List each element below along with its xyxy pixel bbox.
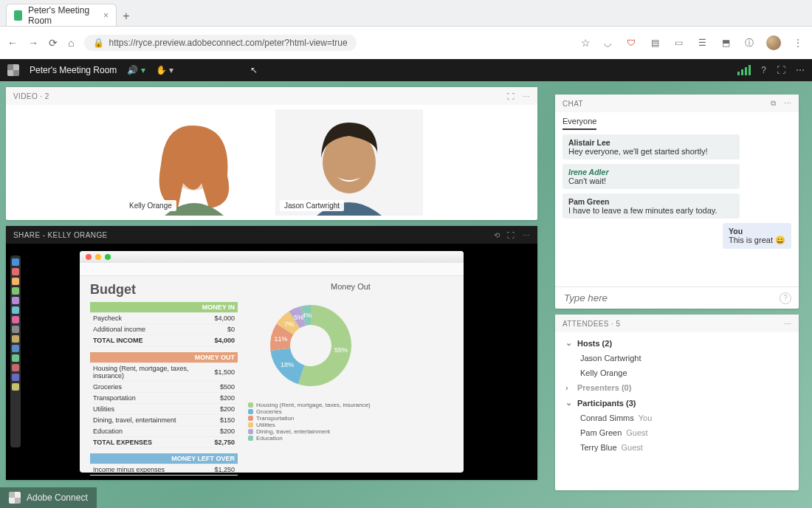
expand-icon[interactable]: ⛶ (507, 231, 515, 239)
section-header: MONEY OUT (90, 352, 238, 363)
back-button[interactable]: ← (7, 37, 18, 49)
svg-text:7%: 7% (284, 320, 294, 328)
donut-chart: 55%18%11%7%5%4% (248, 294, 374, 397)
share-stage: Budget MONEY IN Paycheck$4,000 Additiona… (6, 244, 537, 480)
table-row: Housing (Rent, mortgage, taxes, insuranc… (90, 363, 238, 381)
table-row: Education$200 (90, 425, 238, 436)
video-grid: Kelly Orange Jason Cartwright (6, 105, 537, 220)
fullscreen-icon[interactable]: ⛶ (777, 65, 785, 75)
table-row: Utilities$200 (90, 403, 238, 414)
profile-avatar[interactable] (766, 35, 781, 50)
chat-message: Irene AdlerCan't wait! (562, 164, 740, 189)
attendee-item[interactable]: Jason Cartwright (555, 351, 799, 365)
attendees-list: ⌄Hosts (2)Jason CartwrightKelly Orange›P… (555, 332, 799, 458)
budget-table: MONEY IN Paycheck$4,000 Additional incom… (90, 302, 238, 476)
attendee-group-header[interactable]: ⌄Participants (3) (555, 395, 799, 411)
legend-item: Education (248, 435, 453, 442)
legend-item: Dining, travel, entertainment (248, 428, 453, 435)
table-row: Income minus expenses$1,250 (90, 464, 238, 476)
doc-title: Budget (90, 282, 238, 298)
mac-toolbar (80, 263, 464, 276)
chart-title: Money Out (248, 282, 453, 291)
info-icon[interactable]: ⓘ (743, 37, 756, 49)
video-pod-title: VIDEO (13, 92, 38, 100)
video-count: 2 (45, 92, 49, 100)
browser-menu-icon[interactable]: ⋮ (791, 38, 805, 48)
attendee-item[interactable]: Pam GreenGuest (555, 425, 799, 440)
chat-input[interactable] (562, 292, 780, 304)
adblock-icon[interactable]: 🛡 (625, 38, 638, 48)
pod-menu-icon[interactable]: ⋯ (523, 231, 530, 239)
chat-messages: Alistair LeeHey everyone, we'll get star… (555, 130, 799, 286)
share-pod-title: SHARE - KELLY ORANGE (13, 231, 108, 239)
section-header: MONEY IN (90, 302, 238, 313)
table-row: Transportation$200 (90, 392, 238, 403)
video-tile[interactable]: Kelly Orange (120, 109, 268, 216)
app-top-bar: Peter's Meeting Room 🔊 ▾ ✋ ▾ ↖ ? ⛶ ⋯ (0, 59, 812, 81)
reload-button[interactable]: ⟳ (49, 37, 58, 49)
chat-help-icon[interactable]: ? (780, 292, 791, 304)
raise-hand-icon[interactable]: ✋ ▾ (156, 65, 173, 75)
speaker-icon[interactable]: 🔊 ▾ (127, 65, 145, 75)
browser-tab[interactable]: Peter's Meeting Room × (6, 4, 117, 26)
chat-pod-title: CHAT (562, 100, 583, 108)
new-tab-button[interactable]: + (117, 7, 136, 26)
table-row: Dining, travel, entertainment$150 (90, 414, 238, 425)
extension-icon-3[interactable]: ☰ (695, 38, 709, 48)
expand-icon[interactable]: ⛶ (507, 92, 515, 100)
attendee-group-header[interactable]: ›Presenters (0) (555, 380, 799, 395)
legend-item: Utilities (248, 422, 453, 428)
chat-tabs: Everyone (555, 112, 799, 130)
brand-footer: Adobe Connect (0, 487, 97, 508)
extension-icon-2[interactable]: ▭ (672, 38, 685, 48)
traffic-min-icon (95, 254, 101, 260)
chat-pod: CHAT ⧉ ⋯ Everyone Alistair LeeHey everyo… (555, 95, 799, 309)
chat-message: Alistair LeeHey everyone, we'll get star… (562, 134, 740, 159)
brand-name: Adobe Connect (27, 492, 88, 503)
attendee-group-header[interactable]: ⌄Hosts (2) (555, 335, 799, 351)
extension-icon[interactable]: ▤ (648, 38, 661, 48)
legend-item: Housing (Rent, mortgage, taxes, insuranc… (248, 402, 453, 408)
table-row: Additional income$0 (90, 324, 238, 335)
table-row: TOTAL EXPENSES$2,750 (90, 436, 238, 447)
video-pod: VIDEO · 2 ⛶ ⋯ Kelly Orange Jason Cartwri… (6, 87, 537, 220)
chat-pod-header: CHAT ⧉ ⋯ (555, 95, 799, 112)
video-name-tag: Jason Cartwright (280, 200, 344, 211)
section-header: MONEY LEFT OVER (90, 453, 238, 464)
table-row: Groceries$500 (90, 381, 238, 392)
forward-button[interactable]: → (28, 37, 38, 49)
traffic-close-icon (86, 254, 92, 260)
share-pod-header: SHARE - KELLY ORANGE ⟲ ⛶ ⋯ (6, 226, 537, 244)
attendee-item[interactable]: Conrad SimmsYou (555, 411, 799, 425)
chat-input-row: ? (555, 286, 799, 309)
mac-titlebar (80, 251, 464, 263)
signal-icon (737, 65, 751, 75)
svg-text:4%: 4% (302, 312, 312, 319)
legend-item: Groceries (248, 408, 453, 415)
chat-tab-everyone[interactable]: Everyone (562, 117, 596, 130)
pod-menu-icon[interactable]: ⋯ (784, 320, 791, 328)
mac-dock (10, 255, 21, 447)
meeting-stage: VIDEO · 2 ⛶ ⋯ Kelly Orange Jason Cartwri… (0, 81, 812, 508)
address-bar[interactable]: 🔒 https://ryce.preview.adobeconnect.com/… (84, 35, 356, 51)
home-button[interactable]: ⌂ (68, 37, 74, 49)
pod-menu-icon[interactable]: ⋯ (523, 92, 530, 100)
svg-text:55%: 55% (334, 346, 348, 354)
popout-icon[interactable]: ⧉ (771, 99, 776, 108)
attendee-item[interactable]: Kelly Orange (555, 365, 799, 380)
pocket-icon[interactable]: ◡ (601, 38, 614, 48)
close-tab-icon[interactable]: × (103, 10, 109, 21)
help-icon[interactable]: ? (761, 65, 766, 75)
video-pod-header: VIDEO · 2 ⛶ ⋯ (6, 87, 537, 105)
app-logo-icon (7, 64, 19, 76)
legend-item: Transportation (248, 415, 453, 422)
attendee-item[interactable]: Terry BlueGuest (555, 440, 799, 455)
app-menu-icon[interactable]: ⋯ (796, 65, 805, 75)
sync-icon[interactable]: ⟲ (494, 231, 500, 239)
video-tile[interactable]: Jason Cartwright (275, 109, 423, 216)
browser-chrome: Peter's Meeting Room × + ← → ⟳ ⌂ 🔒 https… (0, 0, 812, 59)
pod-menu-icon[interactable]: ⋯ (784, 99, 791, 108)
table-row: TOTAL INCOME$4,000 (90, 335, 238, 346)
star-icon[interactable]: ☆ (581, 37, 591, 49)
extension-icon-4[interactable]: ⬒ (719, 38, 732, 48)
